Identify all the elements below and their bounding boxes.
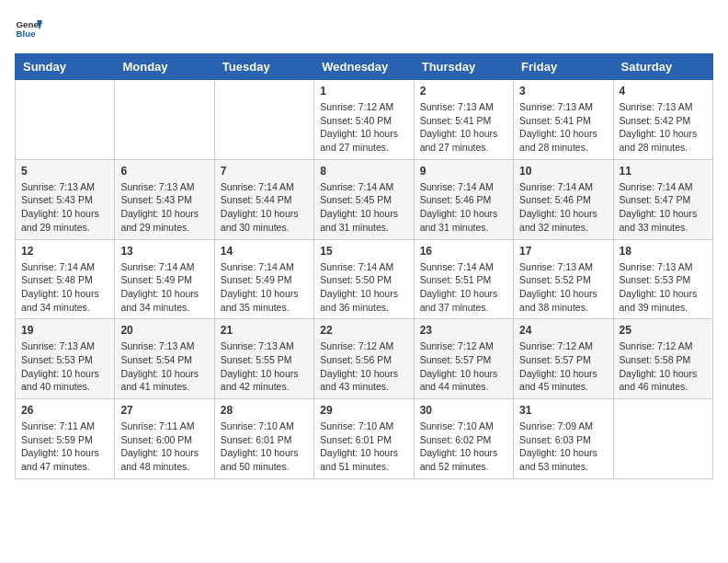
week-row-5: 26Sunrise: 7:11 AMSunset: 5:59 PMDayligh…: [16, 399, 713, 479]
day-info: Sunrise: 7:13 AMSunset: 5:53 PMDaylight:…: [21, 339, 108, 394]
day-info: Sunrise: 7:11 AMSunset: 6:00 PMDaylight:…: [120, 419, 208, 474]
day-cell: 19Sunrise: 7:13 AMSunset: 5:53 PMDayligh…: [16, 319, 115, 399]
day-info: Sunrise: 7:14 AMSunset: 5:46 PMDaylight:…: [519, 180, 607, 235]
day-cell: 30Sunrise: 7:10 AMSunset: 6:02 PMDayligh…: [414, 399, 513, 479]
week-row-4: 19Sunrise: 7:13 AMSunset: 5:53 PMDayligh…: [16, 319, 713, 399]
page-header: General Blue: [15, 15, 713, 42]
day-info: Sunrise: 7:13 AMSunset: 5:41 PMDaylight:…: [519, 100, 607, 155]
day-number: 21: [221, 324, 308, 337]
day-number: 20: [120, 324, 208, 337]
day-cell: 21Sunrise: 7:13 AMSunset: 5:55 PMDayligh…: [214, 319, 313, 399]
weekday-header-sunday: Sunday: [16, 54, 115, 80]
day-cell: 10Sunrise: 7:14 AMSunset: 5:46 PMDayligh…: [514, 159, 613, 239]
day-cell: 7Sunrise: 7:14 AMSunset: 5:44 PMDaylight…: [214, 159, 313, 239]
day-info: Sunrise: 7:13 AMSunset: 5:53 PMDaylight:…: [620, 260, 707, 315]
day-number: 14: [221, 245, 308, 258]
day-info: Sunrise: 7:13 AMSunset: 5:52 PMDaylight:…: [519, 260, 607, 315]
day-number: 10: [519, 165, 607, 178]
day-cell: 17Sunrise: 7:13 AMSunset: 5:52 PMDayligh…: [514, 239, 613, 319]
week-row-2: 5Sunrise: 7:13 AMSunset: 5:43 PMDaylight…: [16, 159, 713, 239]
week-row-3: 12Sunrise: 7:14 AMSunset: 5:48 PMDayligh…: [16, 239, 713, 319]
day-number: 26: [21, 404, 108, 417]
day-number: 6: [120, 165, 208, 178]
day-info: Sunrise: 7:13 AMSunset: 5:43 PMDaylight:…: [120, 180, 208, 235]
day-cell: 31Sunrise: 7:09 AMSunset: 6:03 PMDayligh…: [514, 399, 613, 479]
weekday-header-monday: Monday: [115, 54, 214, 80]
day-cell: 2Sunrise: 7:13 AMSunset: 5:41 PMDaylight…: [414, 80, 513, 160]
day-cell: 20Sunrise: 7:13 AMSunset: 5:54 PMDayligh…: [115, 319, 214, 399]
day-cell: 16Sunrise: 7:14 AMSunset: 5:51 PMDayligh…: [414, 239, 513, 319]
day-info: Sunrise: 7:14 AMSunset: 5:46 PMDaylight:…: [420, 180, 507, 235]
day-cell: [115, 80, 214, 160]
day-cell: 29Sunrise: 7:10 AMSunset: 6:01 PMDayligh…: [314, 399, 414, 479]
day-info: Sunrise: 7:10 AMSunset: 6:01 PMDaylight:…: [221, 419, 308, 474]
day-number: 8: [320, 165, 407, 178]
day-number: 5: [21, 165, 108, 178]
day-cell: [214, 80, 313, 160]
day-info: Sunrise: 7:12 AMSunset: 5:40 PMDaylight:…: [320, 100, 407, 155]
day-number: 22: [320, 324, 407, 337]
day-cell: [613, 399, 712, 479]
weekday-header-wednesday: Wednesday: [314, 54, 414, 80]
day-info: Sunrise: 7:11 AMSunset: 5:59 PMDaylight:…: [21, 419, 108, 474]
day-info: Sunrise: 7:14 AMSunset: 5:49 PMDaylight:…: [221, 260, 308, 315]
day-cell: 25Sunrise: 7:12 AMSunset: 5:58 PMDayligh…: [613, 319, 712, 399]
week-row-1: 1Sunrise: 7:12 AMSunset: 5:40 PMDaylight…: [16, 80, 713, 160]
day-number: 2: [420, 85, 507, 98]
day-cell: 6Sunrise: 7:13 AMSunset: 5:43 PMDaylight…: [115, 159, 214, 239]
day-number: 28: [221, 404, 308, 417]
day-cell: 9Sunrise: 7:14 AMSunset: 5:46 PMDaylight…: [414, 159, 513, 239]
day-number: 31: [519, 404, 607, 417]
day-cell: 26Sunrise: 7:11 AMSunset: 5:59 PMDayligh…: [16, 399, 115, 479]
day-cell: 15Sunrise: 7:14 AMSunset: 5:50 PMDayligh…: [314, 239, 414, 319]
day-cell: 4Sunrise: 7:13 AMSunset: 5:42 PMDaylight…: [613, 80, 712, 160]
day-cell: 13Sunrise: 7:14 AMSunset: 5:49 PMDayligh…: [115, 239, 214, 319]
day-info: Sunrise: 7:12 AMSunset: 5:57 PMDaylight:…: [519, 339, 607, 394]
day-info: Sunrise: 7:10 AMSunset: 6:01 PMDaylight:…: [320, 419, 407, 474]
day-number: 16: [420, 245, 507, 258]
day-number: 30: [420, 404, 507, 417]
day-number: 15: [320, 245, 407, 258]
day-number: 9: [420, 165, 507, 178]
weekday-header-thursday: Thursday: [414, 54, 513, 80]
day-number: 25: [620, 324, 707, 337]
day-info: Sunrise: 7:14 AMSunset: 5:50 PMDaylight:…: [320, 260, 407, 315]
logo: General Blue: [15, 15, 42, 42]
day-cell: 14Sunrise: 7:14 AMSunset: 5:49 PMDayligh…: [214, 239, 313, 319]
day-info: Sunrise: 7:09 AMSunset: 6:03 PMDaylight:…: [519, 419, 607, 474]
day-number: 23: [420, 324, 507, 337]
day-number: 7: [221, 165, 308, 178]
day-number: 12: [21, 245, 108, 258]
day-cell: 23Sunrise: 7:12 AMSunset: 5:57 PMDayligh…: [414, 319, 513, 399]
day-cell: 28Sunrise: 7:10 AMSunset: 6:01 PMDayligh…: [214, 399, 313, 479]
day-number: 18: [620, 245, 707, 258]
day-cell: 24Sunrise: 7:12 AMSunset: 5:57 PMDayligh…: [514, 319, 613, 399]
day-info: Sunrise: 7:10 AMSunset: 6:02 PMDaylight:…: [420, 419, 507, 474]
day-cell: 12Sunrise: 7:14 AMSunset: 5:48 PMDayligh…: [16, 239, 115, 319]
day-cell: 22Sunrise: 7:12 AMSunset: 5:56 PMDayligh…: [314, 319, 414, 399]
calendar-table: SundayMondayTuesdayWednesdayThursdayFrid…: [15, 53, 713, 479]
day-number: 29: [320, 404, 407, 417]
weekday-header-row: SundayMondayTuesdayWednesdayThursdayFrid…: [16, 54, 713, 80]
day-cell: 5Sunrise: 7:13 AMSunset: 5:43 PMDaylight…: [16, 159, 115, 239]
day-cell: 11Sunrise: 7:14 AMSunset: 5:47 PMDayligh…: [613, 159, 712, 239]
day-info: Sunrise: 7:12 AMSunset: 5:57 PMDaylight:…: [420, 339, 507, 394]
day-info: Sunrise: 7:13 AMSunset: 5:55 PMDaylight:…: [221, 339, 308, 394]
day-cell: [16, 80, 115, 160]
day-info: Sunrise: 7:14 AMSunset: 5:45 PMDaylight:…: [320, 180, 407, 235]
day-cell: 1Sunrise: 7:12 AMSunset: 5:40 PMDaylight…: [314, 80, 414, 160]
day-info: Sunrise: 7:13 AMSunset: 5:42 PMDaylight:…: [620, 100, 707, 155]
day-cell: 3Sunrise: 7:13 AMSunset: 5:41 PMDaylight…: [514, 80, 613, 160]
logo-icon: General Blue: [15, 15, 42, 42]
day-number: 19: [21, 324, 108, 337]
day-cell: 27Sunrise: 7:11 AMSunset: 6:00 PMDayligh…: [115, 399, 214, 479]
day-number: 24: [519, 324, 607, 337]
day-info: Sunrise: 7:13 AMSunset: 5:54 PMDaylight:…: [120, 339, 208, 394]
day-info: Sunrise: 7:13 AMSunset: 5:41 PMDaylight:…: [420, 100, 507, 155]
day-number: 27: [120, 404, 208, 417]
day-number: 13: [120, 245, 208, 258]
day-info: Sunrise: 7:12 AMSunset: 5:56 PMDaylight:…: [320, 339, 407, 394]
day-info: Sunrise: 7:12 AMSunset: 5:58 PMDaylight:…: [620, 339, 707, 394]
day-cell: 8Sunrise: 7:14 AMSunset: 5:45 PMDaylight…: [314, 159, 414, 239]
day-info: Sunrise: 7:14 AMSunset: 5:49 PMDaylight:…: [120, 260, 208, 315]
